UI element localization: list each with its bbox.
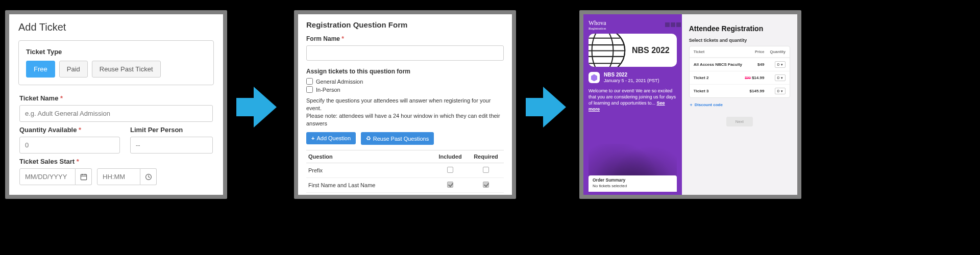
ticket-type-paid-button[interactable]: Paid <box>59 61 88 78</box>
order-summary-empty: No tickets selected <box>593 184 673 188</box>
preview-main: Attendee Registration Select tickets and… <box>682 14 797 195</box>
add-ticket-card: Add Ticket Ticket Type Free Paid Reuse P… <box>5 10 227 199</box>
brand-logo: Whova <box>589 19 606 27</box>
form-name-label: Form Name <box>306 35 504 42</box>
question-cell: Email <box>306 193 432 195</box>
quantity-select[interactable]: 0▾ <box>775 88 786 94</box>
add-ticket-title: Add Ticket <box>18 21 214 33</box>
table-row: First Name and Last Name <box>306 178 504 193</box>
col-price: Price <box>743 49 765 54</box>
assign-option-in-person[interactable]: In-Person <box>306 86 504 93</box>
sales-start-time-input[interactable] <box>97 168 140 185</box>
assign-option-general-admission[interactable]: General Admission <box>306 78 504 85</box>
chevron-down-icon: ▾ <box>781 89 783 93</box>
reuse-past-questions-button[interactable]: ♻ Reuse Past Questions <box>361 132 434 145</box>
quantity-select[interactable]: 0▾ <box>775 61 786 68</box>
assign-option-label: In-Person <box>316 87 340 93</box>
question-note: Specify the questions your attendees wil… <box>306 97 504 127</box>
col-required: Required <box>468 150 504 163</box>
registration-form-title: Registration Question Form <box>306 20 504 29</box>
col-included: Included <box>432 150 468 163</box>
event-banner: NBS 2022 <box>589 34 677 67</box>
required-checkbox[interactable] <box>483 167 489 173</box>
discount-code-link[interactable]: ＋ Discount code <box>689 102 723 108</box>
ticket-name-input[interactable] <box>19 105 213 122</box>
brand-subtitle: Registration <box>589 27 677 31</box>
assign-checkbox[interactable] <box>306 78 313 85</box>
question-cell: First Name and Last Name <box>306 178 432 193</box>
banner-title: NBS 2022 <box>632 46 670 55</box>
assign-tickets-label: Assign tickets to this question form <box>306 68 504 75</box>
limit-per-person-label: Limit Per Person <box>130 126 213 134</box>
table-row: Email <box>306 193 504 195</box>
ticket-type-box: Ticket Type Free Paid Reuse Past Ticket <box>18 40 214 85</box>
ticket-type-reuse-button[interactable]: Reuse Past Ticket <box>92 61 161 78</box>
ticket-row: All Access NBCS Faculty$490▾ <box>690 58 790 71</box>
tickets-table: Ticket Price Quantity All Access NBCS Fa… <box>689 46 790 98</box>
registration-question-form-card: Registration Question Form Form Name Ass… <box>294 10 516 199</box>
event-dates: January 5 - 21, 2021 (PST) <box>604 78 659 83</box>
ticket-type-free-button[interactable]: Free <box>26 61 55 78</box>
limit-per-person-input[interactable] <box>130 137 213 154</box>
order-summary-card: Order Summary No tickets selected <box>589 175 677 192</box>
ticket-type-label: Ticket Type <box>26 48 206 56</box>
chevron-down-icon: ▾ <box>781 63 783 67</box>
quantity-available-label: Quantity Available <box>19 126 120 134</box>
form-name-input[interactable] <box>306 45 504 61</box>
select-tickets-label: Select tickets and quantity <box>689 38 790 43</box>
col-quantity: Quantity <box>764 49 786 54</box>
chevron-down-icon: ▾ <box>781 76 783 80</box>
attendee-registration-title: Attendee Registration <box>689 24 790 33</box>
question-cell: Prefix <box>306 163 432 178</box>
globe-icon <box>589 34 627 67</box>
col-ticket: Ticket <box>694 49 743 54</box>
window-controls-icon <box>660 22 681 28</box>
table-row: Prefix <box>306 163 504 178</box>
plus-icon: + <box>311 135 314 141</box>
ticket-row: Ticket 2$99$14.990▾ <box>690 71 790 84</box>
included-checkbox[interactable] <box>447 167 453 173</box>
order-summary-title: Order Summary <box>593 177 673 183</box>
plus-icon: ＋ <box>689 102 693 108</box>
ticket-price-strike: $99 <box>745 76 751 80</box>
ticket-name: Ticket 3 <box>694 89 709 93</box>
arrow-right-icon <box>236 87 277 128</box>
included-checkbox[interactable] <box>447 182 453 188</box>
calendar-icon[interactable] <box>76 168 92 185</box>
ticket-row: Ticket 3$145.990▾ <box>690 84 790 97</box>
required-checkbox[interactable] <box>483 182 489 188</box>
recycle-icon: ♻ <box>366 135 371 142</box>
event-title: NBS 2022 <box>604 72 627 78</box>
ticket-name-label: Ticket Name <box>19 94 213 102</box>
clock-icon[interactable] <box>140 168 157 185</box>
quantity-available-input[interactable] <box>19 137 120 154</box>
sales-start-date-input[interactable] <box>19 168 76 185</box>
preview-sidebar: Whova Registration NBS 2022 <box>583 14 682 195</box>
questions-table: Question Included Required PrefixFirst N… <box>306 150 504 195</box>
ticket-sales-start-label: Ticket Sales Start <box>19 158 213 165</box>
assign-checkbox[interactable] <box>306 86 313 93</box>
event-meta: NBS 2022 January 5 - 21, 2021 (PST) <box>589 72 677 84</box>
quantity-select[interactable]: 0▾ <box>775 74 786 81</box>
event-badge-icon <box>589 72 600 83</box>
ticket-name: All Access NBCS Faculty <box>694 62 742 67</box>
ticket-price: $49 <box>757 62 764 67</box>
attendee-registration-preview-card: Whova Registration NBS 2022 <box>579 10 801 199</box>
welcome-text: Welcome to our event! We are so excited … <box>589 88 677 113</box>
col-question: Question <box>306 150 432 163</box>
ticket-name: Ticket 2 <box>694 75 709 80</box>
ticket-price: $145.99 <box>749 89 764 93</box>
assign-option-label: General Admission <box>316 79 363 85</box>
ticket-fields-box: Ticket Name Quantity Available Limit Per… <box>18 94 214 185</box>
arrow-right-icon <box>526 87 567 128</box>
add-question-button[interactable]: + Add Question <box>306 132 356 144</box>
svg-rect-0 <box>81 174 86 180</box>
next-button[interactable]: Next <box>726 117 753 126</box>
svg-line-6 <box>149 177 150 177</box>
ticket-price: $14.99 <box>752 75 764 80</box>
